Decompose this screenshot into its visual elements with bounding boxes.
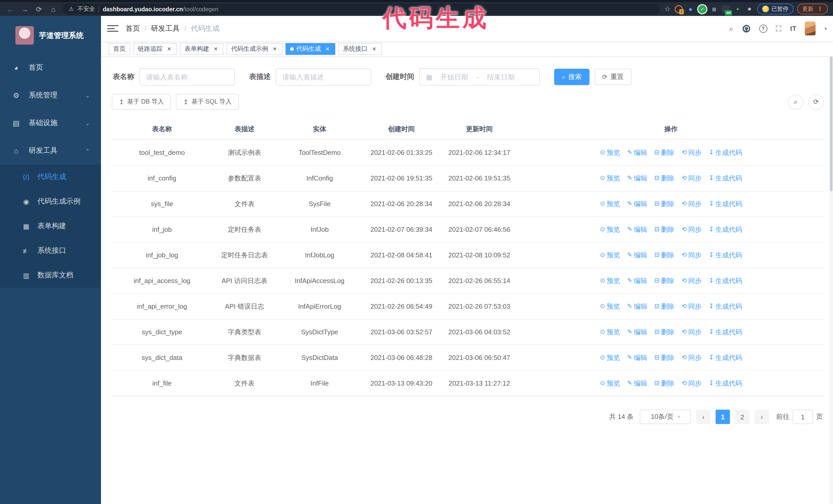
close-icon[interactable]: ✕ xyxy=(371,46,377,52)
sidebar-item-system-api[interactable]: ≢ 系统接口 xyxy=(0,238,101,263)
profile-chip[interactable]: 已暂停 xyxy=(757,4,793,14)
eye-icon[interactable]: ⊙ 预览 xyxy=(600,172,620,184)
sync-icon[interactable]: ⟲ 同步 xyxy=(682,198,701,210)
sync-icon[interactable]: ⟲ 同步 xyxy=(682,223,701,235)
trash-icon[interactable]: ⊟ 删除 xyxy=(654,352,674,363)
download-icon[interactable]: ↧ 生成代码 xyxy=(709,198,742,210)
sidebar-item-infra[interactable]: ▤ 基础设施 ⌄ xyxy=(0,109,101,137)
search-icon[interactable]: ⌕ xyxy=(729,24,734,33)
fullscreen-icon[interactable]: ⛶ xyxy=(776,24,781,33)
edit-icon[interactable]: ✎ 编辑 xyxy=(627,352,647,363)
breadcrumb-home[interactable]: 首页 xyxy=(125,24,140,33)
trash-icon[interactable]: ⊟ 删除 xyxy=(654,198,674,210)
download-icon[interactable]: ↧ 生成代码 xyxy=(709,147,742,159)
sync-icon[interactable]: ⟲ 同步 xyxy=(682,249,701,261)
extension-sprout-icon[interactable]: ✦ xyxy=(734,5,742,13)
download-icon[interactable]: ↧ 生成代码 xyxy=(709,326,742,338)
edit-icon[interactable]: ✎ 编辑 xyxy=(627,326,647,338)
tab[interactable]: 首页 ✕ xyxy=(109,43,130,55)
trash-icon[interactable]: ⊟ 删除 xyxy=(654,172,674,184)
hamburger-icon[interactable] xyxy=(107,23,118,34)
scrollbar-track[interactable] xyxy=(829,16,833,504)
tab[interactable]: 表单构建 ✕ xyxy=(180,43,223,55)
extension-gem-icon[interactable]: ◆ xyxy=(686,5,695,13)
table-name-input[interactable] xyxy=(139,68,235,86)
edit-icon[interactable]: ✎ 编辑 xyxy=(627,223,647,235)
eye-icon[interactable]: ⊙ 预览 xyxy=(600,377,620,389)
prev-page-button[interactable]: ‹ xyxy=(696,410,711,424)
db-import-button[interactable]: ↥基于 DB 导入 xyxy=(112,94,171,110)
edit-icon[interactable]: ✎ 编辑 xyxy=(627,249,647,261)
extension-check-icon[interactable]: ✓ xyxy=(698,5,706,13)
eye-icon[interactable]: ⊙ 预览 xyxy=(600,223,620,235)
download-icon[interactable]: ↧ 生成代码 xyxy=(709,352,742,363)
edit-icon[interactable]: ✎ 编辑 xyxy=(627,147,647,159)
sidebar-item-home[interactable]: ◕ 首页 xyxy=(0,54,101,81)
sidebar-item-system[interactable]: ⚙ 系统管理 ⌄ xyxy=(0,81,101,109)
edit-icon[interactable]: ✎ 编辑 xyxy=(627,198,647,210)
sync-icon[interactable]: ⟲ 同步 xyxy=(682,172,701,184)
update-button[interactable]: 更新⋮ xyxy=(797,4,828,14)
trash-icon[interactable]: ⊟ 删除 xyxy=(654,377,674,389)
close-icon[interactable]: ✕ xyxy=(272,46,278,52)
page-number-button[interactable]: 2 xyxy=(735,410,749,424)
sidebar-item-codegen[interactable]: ⟨/⟩ 代码生成 xyxy=(0,165,101,189)
close-icon[interactable]: ✕ xyxy=(213,46,219,52)
trash-icon[interactable]: ⊟ 删除 xyxy=(654,249,674,261)
eye-icon[interactable]: ⊙ 预览 xyxy=(600,147,620,159)
edit-icon[interactable]: ✎ 编辑 xyxy=(627,275,647,287)
download-icon[interactable]: ↧ 生成代码 xyxy=(709,223,742,235)
download-icon[interactable]: ↧ 生成代码 xyxy=(709,275,742,287)
home-icon[interactable]: ⌂ xyxy=(48,4,58,14)
github-icon[interactable] xyxy=(742,24,750,32)
trash-icon[interactable]: ⊟ 删除 xyxy=(654,147,674,159)
trash-icon[interactable]: ⊟ 删除 xyxy=(654,275,674,287)
eye-icon[interactable]: ⊙ 预览 xyxy=(600,275,620,287)
eye-icon[interactable]: ⊙ 预览 xyxy=(600,301,620,312)
sidebar-item-form-builder[interactable]: ▦ 表单构建 xyxy=(0,214,101,238)
sidebar-item-devtools[interactable]: ⌂ 研发工具 ⌃ xyxy=(0,137,101,165)
close-icon[interactable]: ✕ xyxy=(325,46,331,52)
breadcrumb-devtools[interactable]: 研发工具 xyxy=(151,24,180,33)
logo-row[interactable]: 芋道管理系统 xyxy=(0,16,101,54)
reload-icon[interactable]: ⟳ xyxy=(34,4,44,14)
avatar-caret-icon[interactable]: ▾ xyxy=(825,26,827,31)
eye-icon[interactable]: ⊙ 预览 xyxy=(600,352,620,363)
sync-icon[interactable]: ⟲ 同步 xyxy=(682,377,701,389)
page-size-select[interactable]: 10条/页 ▾ xyxy=(640,410,691,424)
tab[interactable]: 代码生成 ✕ xyxy=(286,43,335,55)
edit-icon[interactable]: ✎ 编辑 xyxy=(627,377,647,389)
close-icon[interactable]: ✕ xyxy=(166,46,172,52)
eye-icon[interactable]: ⊙ 预览 xyxy=(600,326,620,338)
refresh-table-button[interactable]: ⟳ xyxy=(808,94,824,110)
reset-button[interactable]: ⟳重置 xyxy=(594,69,631,85)
extension-icon[interactable]: 1 xyxy=(674,5,683,13)
sync-icon[interactable]: ⟲ 同步 xyxy=(682,147,701,159)
next-page-button[interactable]: › xyxy=(755,410,769,424)
trash-icon[interactable]: ⊟ 删除 xyxy=(654,301,674,312)
toggle-search-button[interactable]: ⌕ xyxy=(788,94,803,110)
font-size-icon[interactable]: tT xyxy=(790,25,796,32)
sync-icon[interactable]: ⟲ 同步 xyxy=(682,275,701,287)
table-desc-input[interactable] xyxy=(276,68,371,86)
sync-icon[interactable]: ⟲ 同步 xyxy=(682,326,701,338)
download-icon[interactable]: ↧ 生成代码 xyxy=(709,301,742,312)
extensions-puzzle-icon[interactable]: ❖ xyxy=(745,5,754,13)
download-icon[interactable]: ↧ 生成代码 xyxy=(709,377,742,389)
sql-import-button[interactable]: ↥基于 SQL 导入 xyxy=(176,94,239,110)
forward-icon[interactable]: → xyxy=(20,4,30,14)
bookmark-star-icon[interactable]: ☆ xyxy=(665,5,670,13)
download-icon[interactable]: ↧ 生成代码 xyxy=(709,249,742,261)
tab[interactable]: 代码生成示例 ✕ xyxy=(227,43,282,55)
extension-tag-icon[interactable]: on xyxy=(722,5,730,13)
search-button[interactable]: ⌕搜索 xyxy=(554,69,589,85)
page-number-button[interactable]: 1 xyxy=(716,410,730,424)
security-label[interactable]: 不安全 xyxy=(77,5,95,13)
avatar[interactable] xyxy=(805,22,816,35)
sidebar-item-codegen-example[interactable]: ◉ 代码生成示例 xyxy=(0,189,101,214)
download-icon[interactable]: ↧ 生成代码 xyxy=(709,172,742,184)
trash-icon[interactable]: ⊟ 删除 xyxy=(654,223,674,235)
back-icon[interactable]: ← xyxy=(5,4,15,14)
date-range-picker[interactable]: ▦ - xyxy=(419,68,540,86)
url-bar[interactable]: ⚠ 不安全 dashboard.yudao.iocoder.cn/tool/co… xyxy=(63,4,661,14)
